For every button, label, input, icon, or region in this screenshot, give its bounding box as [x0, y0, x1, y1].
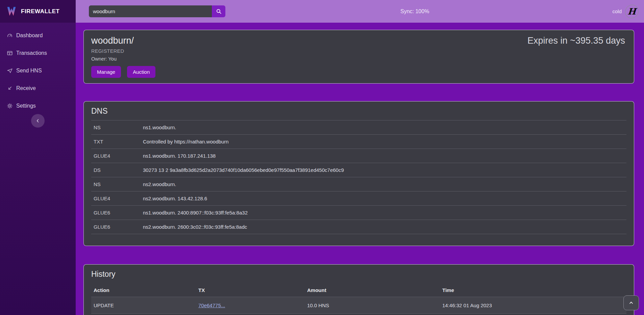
- dns-record-type: NS: [91, 181, 143, 187]
- history-time: 14:46:32 01 Aug 2023: [442, 302, 626, 308]
- send-icon: [7, 68, 13, 74]
- search-input[interactable]: [89, 5, 212, 17]
- wallet-indicator[interactable]: cold H: [612, 0, 639, 23]
- tx-link[interactable]: 70e64775...: [198, 302, 225, 308]
- dns-title: DNS: [91, 107, 626, 116]
- dns-record-type: DS: [91, 167, 143, 173]
- dns-record-row: TXT Controlled by https://nathan.woodbur…: [91, 134, 626, 149]
- domain-card: woodburn/ REGISTERED Owner: You Manage A…: [83, 30, 634, 84]
- dns-record-value: ns1.woodburn. 170.187.241.138: [143, 153, 216, 159]
- brand-name: FIREWALLET: [21, 8, 60, 15]
- sidebar-item-receive[interactable]: Receive: [0, 80, 76, 97]
- manage-button[interactable]: Manage: [91, 66, 121, 78]
- dns-card: DNS NS ns1.woodburn. TXT Controlled by h…: [83, 101, 634, 246]
- dns-record-value: ns1.woodburn. 2400:8907::f03c:93ff:fe5a:…: [143, 210, 248, 216]
- history-row: UPDATE 70e64775... 10.0 HNS 14:46:32 01 …: [91, 297, 626, 313]
- history-action: UPDATE: [91, 302, 198, 308]
- dns-record-type: GLUE4: [91, 196, 143, 201]
- history-col-action: Action: [91, 287, 198, 293]
- dns-record-type: GLUE4: [91, 153, 143, 159]
- dns-record-row: GLUE4 ns2.woodburn. 143.42.128.6: [91, 191, 626, 205]
- sidebar-item-label: Receive: [16, 85, 36, 91]
- dns-record-row: NS ns1.woodburn.: [91, 120, 626, 134]
- sync-status: Sync: 100%: [400, 0, 429, 23]
- sidebar-item-settings[interactable]: Settings: [0, 97, 76, 115]
- chevron-left-icon: [35, 118, 40, 123]
- dns-record-value: 30273 13 2 9a3a8fb3d625d2a2073d740f10da6…: [143, 167, 344, 173]
- dns-record-row: GLUE4 ns1.woodburn. 170.187.241.138: [91, 149, 626, 163]
- dns-record-row: GLUE6 ns2.woodburn. 2600:3c02::f03c:93ff…: [91, 220, 626, 234]
- search-box: [89, 5, 225, 17]
- dns-record-row: NS ns2.woodburn.: [91, 177, 626, 191]
- auction-button[interactable]: Auction: [127, 66, 155, 78]
- history-col-tx: TX: [198, 287, 307, 293]
- sidebar-item-label: Settings: [16, 103, 36, 109]
- sidebar-collapse-button[interactable]: [31, 114, 45, 128]
- sidebar: FIREWALLET Dashboard Transactions Send H…: [0, 0, 76, 315]
- sidebar-item-send-hns[interactable]: Send HNS: [0, 62, 76, 80]
- dns-record-value: ns2.woodburn. 143.42.128.6: [143, 196, 207, 201]
- dns-record-row: GLUE6 ns1.woodburn. 2400:8907::f03c:93ff…: [91, 205, 626, 220]
- dns-record-value: ns1.woodburn.: [143, 125, 176, 130]
- chevron-up-icon: [628, 300, 634, 306]
- dns-record-type: TXT: [91, 139, 143, 144]
- domain-status: REGISTERED: [91, 48, 626, 54]
- domain-actions: Manage Auction: [91, 66, 626, 78]
- topbar: Sync: 100% cold H: [76, 0, 644, 23]
- history-row: RENEW d73a0c1... 10.0 HNS 15:45:36 07 Fe…: [91, 313, 626, 315]
- history-col-time: Time: [442, 287, 626, 293]
- sidebar-item-label: Transactions: [16, 50, 47, 56]
- wallet-name: cold: [612, 8, 622, 14]
- dns-record-type: GLUE6: [91, 224, 143, 230]
- receive-icon: [7, 85, 13, 91]
- dns-record-type: GLUE6: [91, 210, 143, 216]
- sidebar-item-label: Dashboard: [16, 32, 43, 39]
- gear-icon: [7, 103, 13, 109]
- history-col-amount: Amount: [307, 287, 442, 293]
- history-card: History Action TX Amount Time UPDATE 70e…: [83, 264, 634, 315]
- expires-label: Expires in ~395.35 days: [527, 36, 625, 46]
- dns-record-value: ns2.woodburn.: [143, 181, 176, 187]
- history-header-row: Action TX Amount Time: [91, 283, 626, 297]
- dns-record-type: NS: [91, 125, 143, 130]
- sidebar-item-transactions[interactable]: Transactions: [0, 44, 76, 62]
- scroll-to-top-button[interactable]: [623, 295, 639, 310]
- dashboard-icon: [7, 32, 13, 39]
- sidebar-nav: Dashboard Transactions Send HNS Receive …: [0, 23, 76, 115]
- search-button[interactable]: [212, 5, 225, 17]
- history-amount: 10.0 HNS: [307, 302, 442, 308]
- transactions-icon: [7, 50, 13, 56]
- handshake-icon: H: [625, 5, 639, 18]
- sidebar-item-label: Send HNS: [16, 68, 42, 74]
- dns-table: NS ns1.woodburn. TXT Controlled by https…: [91, 120, 626, 234]
- firewallet-logo-icon: [5, 5, 18, 18]
- search-icon: [216, 8, 222, 14]
- sidebar-item-dashboard[interactable]: Dashboard: [0, 27, 76, 44]
- history-title: History: [91, 270, 626, 279]
- history-tx: 70e64775...: [198, 302, 307, 308]
- dns-record-value: ns2.woodburn. 2600:3c02::f03c:93ff:fe5a:…: [143, 224, 247, 230]
- domain-owner: Owner: You: [91, 56, 626, 62]
- dns-record-row: DS 30273 13 2 9a3a8fb3d625d2a2073d740f10…: [91, 163, 626, 177]
- dns-record-value: Controlled by https://nathan.woodburn: [143, 139, 229, 144]
- brand-header: FIREWALLET: [0, 0, 76, 23]
